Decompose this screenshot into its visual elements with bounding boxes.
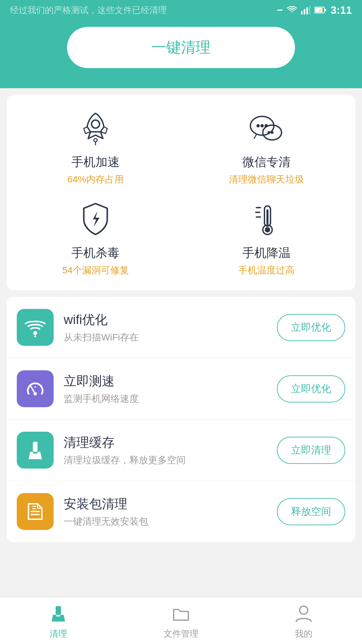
feature-list-card: wifi优化 从未扫描WiFi存在 立即优化 bbox=[7, 297, 355, 542]
cache-title: 清理缓存 bbox=[64, 434, 277, 451]
wifi-text: wifi优化 从未扫描WiFi存在 bbox=[64, 311, 277, 344]
accelerate-item[interactable]: 手机加速 64%内存占用 bbox=[13, 108, 178, 186]
svg-point-25 bbox=[34, 392, 37, 395]
signal-icon bbox=[301, 6, 310, 14]
mine-nav-label: 我的 bbox=[295, 628, 312, 640]
battery-icon: ⚡ bbox=[314, 6, 326, 14]
apk-text: 安装包清理 一键清理无效安装包 bbox=[64, 495, 277, 528]
nav-mine[interactable]: 我的 bbox=[292, 602, 315, 640]
status-icons: − ⚡ bbox=[277, 4, 352, 16]
svg-point-14 bbox=[260, 124, 264, 127]
svg-point-13 bbox=[256, 124, 260, 127]
wechat-title: 微信专清 bbox=[242, 154, 291, 170]
svg-point-17 bbox=[267, 131, 270, 134]
header: 一键清理 bbox=[0, 20, 362, 88]
accelerate-title: 手机加速 bbox=[71, 154, 120, 170]
wifi-status-icon bbox=[287, 6, 297, 14]
svg-text:⚡: ⚡ bbox=[318, 8, 322, 13]
svg-rect-1 bbox=[301, 11, 303, 14]
feature-grid-card: 手机加速 64%内存占用 微信专清 bbox=[7, 95, 355, 290]
marquee-text: 经过我们的严格测试，这些文件已经清理 bbox=[10, 4, 167, 16]
cache-action-button[interactable]: 立即清理 bbox=[277, 437, 345, 464]
apk-sub: 一键清理无效安装包 bbox=[64, 515, 277, 528]
cooldown-sub: 手机温度过高 bbox=[238, 264, 295, 277]
clean-nav-icon bbox=[47, 602, 70, 625]
svg-rect-7 bbox=[325, 9, 326, 11]
nav-clean[interactable]: 清理 bbox=[47, 602, 70, 640]
mine-nav-icon bbox=[292, 602, 315, 625]
svg-point-37 bbox=[300, 606, 308, 614]
wechat-icon bbox=[246, 108, 287, 149]
cache-text: 清理缓存 清理垃圾缓存，释放更多空间 bbox=[64, 434, 277, 467]
svg-point-9 bbox=[92, 120, 100, 128]
svg-rect-4 bbox=[309, 6, 310, 14]
cooldown-item[interactable]: 手机降温 手机温度过高 bbox=[184, 199, 349, 277]
cooldown-title: 手机降温 bbox=[242, 245, 291, 261]
wifi-action-button[interactable]: 立即优化 bbox=[277, 314, 345, 341]
svg-point-22 bbox=[265, 227, 270, 232]
svg-point-18 bbox=[271, 131, 274, 134]
svg-rect-36 bbox=[56, 615, 60, 616]
wifi-sub: 从未扫描WiFi存在 bbox=[64, 331, 277, 344]
wifi-list-icon bbox=[17, 309, 54, 346]
antivirus-item[interactable]: 手机杀毒 54个漏洞可修复 bbox=[13, 199, 178, 277]
status-bar: 经过我们的严格测试，这些文件已经清理 − bbox=[0, 0, 362, 20]
apk-list-item[interactable]: 安装包清理 一键清理无效安装包 释放空间 bbox=[7, 481, 355, 542]
apk-title: 安装包清理 bbox=[64, 495, 277, 513]
speed-text: 立即测速 监测手机网络速度 bbox=[64, 373, 277, 405]
svg-rect-20 bbox=[266, 209, 268, 224]
svg-rect-35 bbox=[56, 606, 61, 615]
speed-action-button[interactable]: 立即优化 bbox=[277, 375, 345, 402]
files-nav-icon bbox=[169, 602, 193, 625]
antivirus-title: 手机杀毒 bbox=[71, 245, 120, 261]
shield-icon bbox=[75, 199, 116, 239]
antivirus-sub: 54个漏洞可修复 bbox=[62, 264, 129, 277]
bottom-navigation: 清理 文件管理 我的 bbox=[0, 597, 362, 644]
speed-list-item[interactable]: 立即测速 监测手机网络速度 立即优化 bbox=[7, 358, 355, 420]
wifi-list-item[interactable]: wifi优化 从未扫描WiFi存在 立即优化 bbox=[7, 297, 355, 358]
clean-nav-label: 清理 bbox=[50, 628, 67, 640]
svg-rect-29 bbox=[33, 442, 38, 452]
apk-list-icon bbox=[17, 493, 54, 530]
cache-sub: 清理垃圾缓存，释放更多空间 bbox=[64, 454, 277, 467]
apk-action-button[interactable]: 释放空间 bbox=[277, 498, 345, 525]
accelerate-sub: 64%内存占用 bbox=[67, 173, 124, 186]
speed-sub: 监测手机网络速度 bbox=[64, 392, 277, 405]
wechat-item[interactable]: 微信专清 清理微信聊天垃圾 bbox=[184, 108, 349, 186]
time-display: 3:11 bbox=[330, 4, 352, 16]
wechat-sub: 清理微信聊天垃圾 bbox=[229, 173, 304, 186]
rocket-icon bbox=[75, 108, 116, 149]
cache-list-icon bbox=[17, 432, 54, 469]
svg-rect-30 bbox=[33, 452, 38, 453]
thermometer-icon bbox=[246, 199, 287, 239]
files-nav-label: 文件管理 bbox=[164, 628, 198, 640]
cache-list-item[interactable]: 清理缓存 清理垃圾缓存，释放更多空间 立即清理 bbox=[7, 420, 355, 481]
speed-list-icon bbox=[17, 370, 54, 407]
minus-icon: − bbox=[277, 4, 283, 16]
svg-rect-2 bbox=[304, 9, 305, 14]
svg-rect-3 bbox=[306, 7, 308, 14]
wifi-title: wifi优化 bbox=[64, 311, 277, 328]
speed-title: 立即测速 bbox=[64, 373, 277, 390]
nav-files[interactable]: 文件管理 bbox=[164, 602, 198, 640]
main-content: 手机加速 64%内存占用 微信专清 bbox=[0, 88, 362, 609]
svg-point-23 bbox=[33, 331, 37, 335]
one-click-button[interactable]: 一键清理 bbox=[67, 27, 295, 68]
svg-point-10 bbox=[94, 139, 97, 142]
